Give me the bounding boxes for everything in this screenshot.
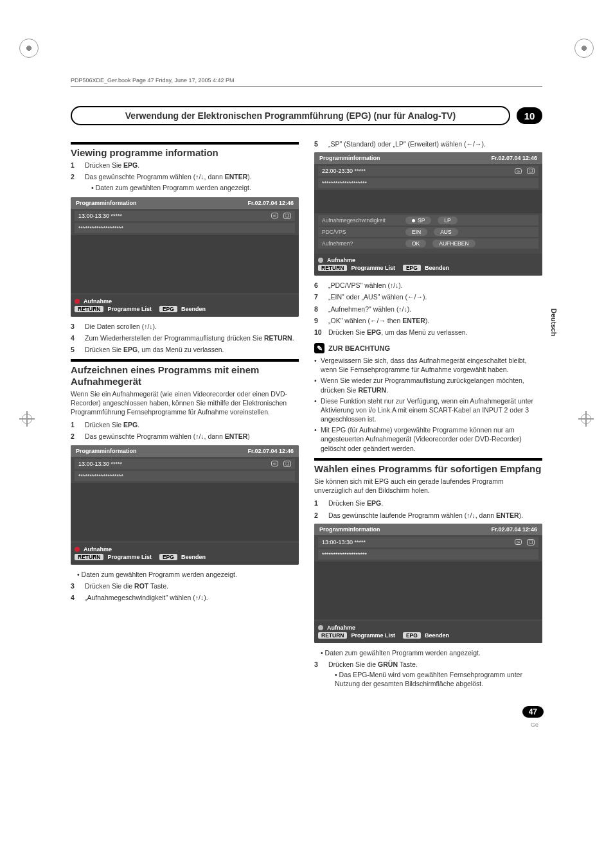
- section-heading-immediate: Wählen eines Programms für sofortigen Em…: [314, 458, 542, 474]
- step-text: Die Daten scrollen (↑/↓).: [85, 322, 299, 331]
- osd-programminfo: Programminformation Fr.02.07.04 12:46 13…: [71, 445, 299, 565]
- osd-footer-rec: Aufnahme: [84, 298, 112, 305]
- step-text: „EIN" oder „AUS" wählen (←/→).: [328, 292, 542, 301]
- return-key: RETURN: [318, 632, 347, 639]
- epg-key: EPG: [159, 554, 177, 560]
- osd-datetime: Fr.02.07.04 12:46: [247, 200, 294, 206]
- right-column: 5„SP" (Standard) oder „LP" (Erweitert) w…: [314, 137, 542, 692]
- step-text: „Aufnehmen?" wählen (↑/↓).: [328, 305, 542, 314]
- sub-bullet: Daten zum gewählten Programm werden ange…: [91, 183, 299, 192]
- dot-icon: [318, 625, 323, 630]
- section-intro: Sie können sich mit EPG auch ein gerade …: [314, 477, 542, 495]
- note-item: Wenn Sie wieder zur Programmauflistung z…: [314, 376, 542, 394]
- step-num: 2: [314, 511, 323, 520]
- osd-footer-plist: Programme List: [107, 306, 152, 312]
- subtitle-icon: ❏: [283, 213, 291, 219]
- step-num: 4: [71, 333, 80, 342]
- epg-key: EPG: [159, 306, 177, 312]
- step-text: Drücken Sie EPG.: [85, 420, 299, 429]
- stereo-icon: ∞: [515, 168, 522, 174]
- step-text: Das gewünschte laufende Programm wählen …: [328, 511, 542, 520]
- option-aus: AUS: [434, 228, 458, 236]
- step-num: 2: [71, 172, 80, 193]
- stereo-icon: ∞: [271, 213, 278, 218]
- step-text: Drücken Sie EPG.: [328, 499, 542, 508]
- section-heading-viewing: Viewing programme information: [71, 142, 299, 158]
- step-text: Drücken Sie die ROT Taste.: [85, 581, 299, 590]
- chapter-title: Verwendung der Elektronischen Programmfü…: [71, 106, 510, 125]
- option-ok: OK: [405, 240, 426, 247]
- stereo-icon: ∞: [271, 461, 278, 466]
- setting-label: Aufnehmen?: [322, 240, 399, 247]
- step-text: Das gewünschte Programm wählen (↑/↓, dan…: [85, 172, 299, 193]
- osd-title: Programminformation: [319, 155, 380, 161]
- step-text: „SP" (Standard) oder „LP" (Erweitert) wä…: [328, 139, 542, 148]
- page-number: 47: [522, 706, 544, 718]
- osd-footer-rec: Aufnahme: [84, 546, 112, 553]
- step-text: Zum Wiederherstellen der Programmauflist…: [85, 333, 299, 342]
- book-header: PDP506XDE_Ger.book Page 47 Friday, June …: [71, 0, 542, 87]
- osd-footer-end: Beenden: [181, 306, 206, 312]
- option-lp: LP: [438, 217, 457, 224]
- sub-bullet: Das EPG-Menü wird vom gewählten Fernsehp…: [335, 670, 542, 688]
- setting-label: PDC/VPS: [322, 229, 399, 235]
- step-num: 3: [71, 581, 80, 590]
- osd-footer-rec: Aufnahme: [327, 257, 355, 263]
- page-lang: Ge: [531, 722, 538, 728]
- step-num: 8: [314, 305, 323, 314]
- osd-desc: ********************: [78, 473, 123, 479]
- note-item: Vergewissern Sie sich, dass das Aufnahme…: [314, 356, 542, 374]
- setting-pdcvps: PDC/VPS EIN AUS: [318, 227, 538, 237]
- osd-footer-end: Beenden: [425, 265, 449, 271]
- subtitle-icon: ❏: [527, 168, 535, 174]
- osd-footer-plist: Programme List: [351, 265, 395, 271]
- subtitle-icon: ❏: [527, 539, 535, 545]
- step-num: 6: [314, 281, 323, 290]
- chapter-bar: Verwendung der Elektronischen Programmfü…: [71, 106, 542, 125]
- step-num: 3: [71, 322, 80, 331]
- step-text: „PDC/VPS" wählen (↑/↓).: [328, 281, 542, 290]
- step-text: „Aufnahmegeschwindigkeit" wählen (↑/↓).: [85, 593, 299, 602]
- osd-title: Programminformation: [319, 526, 380, 533]
- return-key: RETURN: [318, 265, 347, 271]
- subtitle-icon: ❏: [283, 461, 291, 467]
- note-list: Vergewissern Sie sich, dass das Aufnahme…: [314, 356, 542, 453]
- osd-title: Programminformation: [76, 448, 137, 454]
- stereo-icon: ∞: [515, 539, 522, 545]
- osd-time: 13:00-13:30 *****: [78, 461, 122, 467]
- step-num: 1: [314, 499, 323, 508]
- osd-footer-rec: Aufnahme: [327, 624, 355, 631]
- step-num: 5: [314, 139, 323, 148]
- steps-viewing: 1Drücken Sie EPG. 2 Das gewünschte Progr…: [71, 161, 299, 193]
- chapter-number: 10: [517, 107, 542, 124]
- red-dot-icon: [75, 547, 80, 552]
- osd-programminfo: Programminformation Fr.02.07.04 12:46 13…: [314, 524, 542, 643]
- red-dot-icon: [75, 299, 80, 304]
- osd-desc: ********************: [322, 180, 367, 186]
- osd-footer-plist: Programme List: [351, 632, 395, 639]
- note-icon: ✎: [314, 343, 324, 353]
- step-text: Drücken Sie die GRÜN Taste. Das EPG-Menü…: [328, 660, 542, 690]
- osd-programminfo-settings: Programminformation Fr.02.07.04 12:46 22…: [314, 152, 542, 276]
- note-item: Diese Funktion steht nur zur Verfügung, …: [314, 396, 542, 424]
- step-text: Drücken Sie EPG.: [85, 161, 299, 170]
- step-num: 9: [314, 316, 323, 325]
- osd-footer-end: Beenden: [425, 632, 449, 639]
- step-num: 1: [71, 161, 80, 170]
- section-heading-recording: Aufzeichnen eines Programms mit einem Au…: [71, 359, 299, 387]
- epg-key: EPG: [403, 265, 421, 271]
- step-num: 4: [71, 593, 80, 602]
- note-heading: ✎ ZUR BEACHTUNG: [314, 343, 542, 353]
- step-num: 2: [71, 432, 80, 441]
- step-text: „OK" wählen (←/→ then ENTER).: [328, 316, 542, 325]
- osd-datetime: Fr.02.07.04 12:46: [247, 448, 294, 454]
- language-tab: Deutsch: [550, 308, 558, 336]
- step-num: 7: [314, 292, 323, 301]
- option-sp: SP: [405, 217, 431, 224]
- step-num: 3: [314, 660, 323, 690]
- return-key: RETURN: [75, 554, 103, 560]
- sub-bullet: Daten zum gewählten Programm werden ange…: [321, 648, 542, 657]
- osd-desc: ********************: [78, 225, 123, 231]
- setting-speed: Aufnahmegeschwindigkeit SP LP: [318, 215, 538, 226]
- osd-datetime: Fr.02.07.04 12:46: [491, 155, 537, 161]
